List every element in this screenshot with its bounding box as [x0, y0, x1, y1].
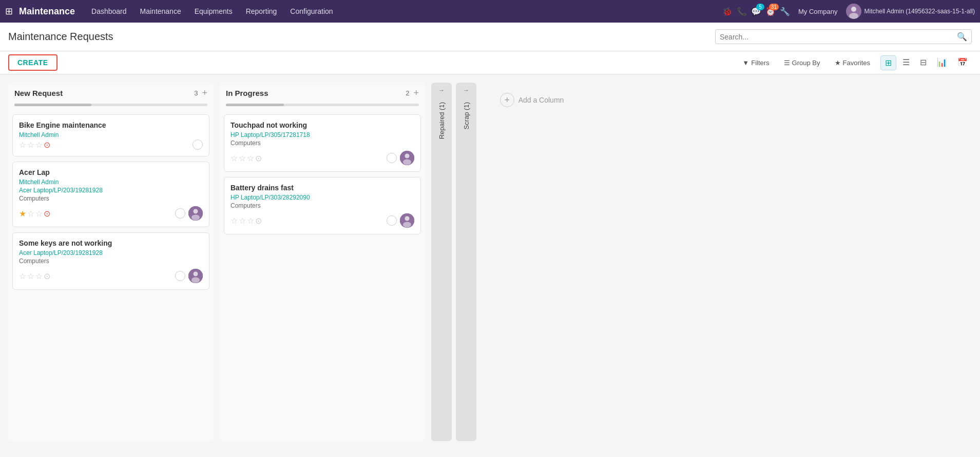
status-circle[interactable] [193, 140, 203, 150]
card-stars: ☆ ☆ ☆ ⊙ [230, 153, 262, 163]
card-category: Computers [19, 257, 203, 265]
star-3[interactable]: ☆ [35, 271, 43, 281]
star-icon: ★ [835, 59, 841, 67]
groupby-button[interactable]: ☰ Group By [780, 57, 824, 69]
star-2[interactable]: ☆ [239, 153, 246, 163]
svg-point-5 [191, 215, 200, 221]
priority-icon: ⊙ [44, 140, 50, 150]
col-progress-bar [226, 104, 284, 106]
card-footer: ★ ☆ ☆ ⊙ [19, 206, 203, 221]
view-chart-btn[interactable]: 📊 [933, 55, 951, 70]
svg-point-11 [403, 160, 411, 165]
col-label-scrap: Scrap (1) [463, 98, 470, 133]
chat-icon[interactable]: 💬 5 [751, 7, 761, 16]
filters-button[interactable]: ▼ Filters [738, 57, 773, 69]
star-1[interactable]: ★ [19, 209, 26, 218]
phone-icon[interactable]: 📞 [737, 7, 747, 16]
col-body-in-progress: Touchpad not working HP Laptop/LP/305/17… [220, 110, 425, 441]
status-circle[interactable] [175, 208, 185, 218]
col-count-in-progress: 2 [406, 89, 409, 97]
app-brand: Maintenance [19, 6, 75, 17]
user-avatar-card [188, 206, 203, 221]
star-2[interactable]: ☆ [239, 216, 246, 226]
star-1[interactable]: ☆ [19, 271, 26, 281]
table-row[interactable]: Some keys are not working Acer Laptop/LP… [12, 232, 209, 290]
card-stars: ★ ☆ ☆ ⊙ [19, 209, 50, 218]
svg-point-4 [194, 209, 198, 214]
card-title: Acer Lap [19, 168, 203, 176]
col-body-new-request: Bike Engine maintenance Mitchell Admin ☆… [8, 110, 214, 441]
user-avatar [846, 4, 861, 19]
star-2[interactable]: ☆ [27, 140, 34, 150]
svg-point-7 [194, 272, 198, 276]
col-label-repaired: Repaired (1) [438, 98, 446, 143]
search-icon[interactable]: 🔍 [957, 32, 967, 42]
card-category: Computers [19, 195, 203, 202]
bug-icon[interactable]: 🐞 [722, 7, 733, 16]
star-1[interactable]: ☆ [19, 140, 26, 150]
card-equipment: HP Laptop/LP/303/28292090 [230, 194, 414, 201]
nav-reporting[interactable]: Reporting [240, 4, 283, 18]
add-column-button[interactable]: + Add a Column [496, 89, 568, 111]
nav-dashboard[interactable]: Dashboard [85, 4, 133, 18]
svg-point-2 [849, 13, 858, 19]
star-3[interactable]: ☆ [35, 140, 43, 150]
filter-icon: ▼ [742, 59, 749, 67]
col-add-in-progress[interactable]: + [413, 88, 419, 98]
grid-menu-icon[interactable]: ⊞ [5, 6, 13, 17]
svg-point-8 [191, 277, 200, 283]
collapse-arrow-scrap: → [459, 83, 473, 98]
user-avatar-card [400, 151, 414, 165]
status-circle[interactable] [387, 215, 397, 226]
create-button[interactable]: CREATE [8, 54, 57, 71]
table-row[interactable]: Battery drains fast HP Laptop/LP/303/282… [224, 177, 421, 234]
card-right [387, 151, 414, 165]
star-1[interactable]: ☆ [230, 216, 238, 226]
card-stars: ☆ ☆ ☆ ⊙ [19, 271, 50, 281]
nav-configuration[interactable]: Configuration [284, 4, 339, 18]
view-calendar-btn[interactable]: 📅 [953, 55, 972, 70]
card-equipment: Acer Laptop/LP/203/19281928 [19, 187, 203, 194]
priority-icon: ⊙ [44, 271, 50, 281]
view-grid-btn[interactable]: ⊟ [916, 55, 931, 70]
status-circle[interactable] [175, 271, 185, 281]
status-circle[interactable] [387, 153, 397, 163]
star-1[interactable]: ☆ [230, 153, 238, 163]
card-equipment: Acer Laptop/LP/203/19281928 [19, 249, 203, 256]
user-avatar-card [400, 213, 414, 228]
user-name: Mitchell Admin (14956322-saas-15-1-all) [864, 8, 975, 15]
star-2[interactable]: ☆ [27, 271, 34, 281]
activity-icon[interactable]: ⏰ 31 [765, 7, 776, 16]
priority-icon: ⊙ [255, 216, 262, 226]
activity-badge: 31 [769, 4, 779, 10]
action-bar: CREATE ▼ Filters ☰ Group By ★ Favorites … [0, 51, 980, 74]
page-title: Maintenance Requests [8, 27, 113, 47]
tools-icon[interactable]: 🔧 [780, 7, 790, 16]
star-3[interactable]: ☆ [35, 209, 43, 218]
column-scrap-collapsed[interactable]: → Scrap (1) [456, 83, 476, 441]
table-row[interactable]: Acer Lap Mitchell Admin Acer Laptop/LP/2… [12, 162, 209, 227]
table-row[interactable]: Touchpad not working HP Laptop/LP/305/17… [224, 114, 421, 172]
card-title: Battery drains fast [230, 184, 414, 192]
view-kanban-btn[interactable]: ⊞ [880, 55, 896, 70]
favorites-button[interactable]: ★ Favorites [831, 57, 874, 69]
star-3[interactable]: ☆ [247, 153, 254, 163]
search-input[interactable] [720, 33, 957, 41]
column-repaired-collapsed[interactable]: → Repaired (1) [431, 83, 452, 441]
col-progress-bar [14, 104, 91, 106]
svg-point-10 [405, 154, 410, 158]
card-right [175, 269, 203, 283]
view-list-btn[interactable]: ☰ [898, 55, 914, 70]
star-3[interactable]: ☆ [247, 216, 254, 226]
table-row[interactable]: Bike Engine maintenance Mitchell Admin ☆… [12, 114, 209, 156]
col-header-in-progress: In Progress 2 + [220, 83, 425, 104]
user-menu[interactable]: Mitchell Admin (14956322-saas-15-1-all) [846, 4, 975, 19]
card-title: Some keys are not working [19, 239, 203, 247]
nav-maintenance[interactable]: Maintenance [134, 4, 187, 18]
chat-badge: 5 [756, 4, 764, 10]
add-col-plus-icon: + [500, 93, 514, 107]
topnav-icons: 🐞 📞 💬 5 ⏰ 31 🔧 My Company Mitchell Admin… [722, 4, 975, 19]
nav-equipments[interactable]: Equipments [188, 4, 239, 18]
star-2[interactable]: ☆ [27, 209, 34, 218]
col-add-new-request[interactable]: + [202, 88, 207, 98]
